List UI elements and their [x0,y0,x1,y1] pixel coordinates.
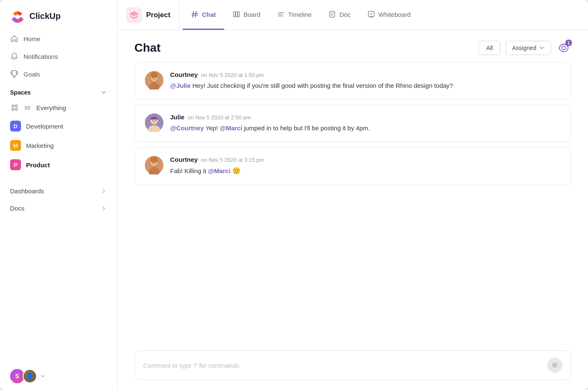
project-tab[interactable]: Project [126,0,179,30]
spaces-list: 98 Everything D Development M Marketing … [0,99,117,174]
chat-header-right: All Assigned 1 [478,40,571,55]
svg-point-3 [16,108,18,111]
hash-icon [191,11,199,18]
tab-label: Chat [202,11,216,18]
tab-label: Timeline [288,11,312,18]
sidebar-item-goals[interactable]: Goals [5,66,112,82]
bell-icon [10,52,18,61]
logo-text: ClickUp [29,11,60,21]
sidebar-item-home[interactable]: Home [5,30,112,47]
development-badge: D [10,121,21,132]
messages-area: Courtney on Nov 5 2020 at 1:50 pm @Julie… [118,62,588,344]
chevron-down-small-icon[interactable] [40,374,45,379]
tab-label: Whiteboard [378,11,411,18]
doc-icon [328,11,336,18]
svg-point-41 [150,157,158,163]
sidebar: ClickUp Home Notifications [0,0,118,390]
sidebar-item-label: Marketing [26,142,54,149]
chat-title: Chat [134,41,160,55]
chevron-down-icon[interactable] [100,89,107,96]
logo: ClickUp [0,0,117,30]
sidebar-item-label: Everything [36,104,66,111]
mention2: @Marci [220,124,242,132]
spaces-header: Spaces [0,82,117,99]
spaces-label: Spaces [10,89,31,96]
tab-label: Doc [339,11,351,18]
svg-point-29 [150,72,158,78]
tab-timeline[interactable]: Timeline [269,0,320,30]
svg-point-34 [155,120,156,121]
chevron-right-icon [100,188,107,195]
message-author: Courtney [170,71,198,78]
home-icon [10,34,18,43]
tab-whiteboard[interactable]: Whiteboard [359,0,419,30]
sidebar-item-label: Product [26,161,50,169]
mention: @Julie [170,82,191,89]
svg-point-0 [12,105,14,107]
avatar-s: S [10,369,24,383]
julie-avatar-img [145,113,163,132]
whiteboard-icon [368,11,375,18]
svg-line-4 [193,11,194,17]
product-badge: P [10,159,21,170]
everything-count: 98 [24,105,30,111]
sidebar-item-marketing[interactable]: M Marketing [5,136,112,155]
chat-header: Chat All Assigned 1 [118,30,588,62]
message-header: Courtney on Nov 5 2020 at 3:15 pm [170,156,561,163]
everything-icon [10,103,19,112]
svg-point-2 [12,108,14,111]
avatar-julie [145,113,163,132]
sidebar-item-notifications[interactable]: Notifications [5,48,112,65]
message-header: Courtney on Nov 5 2020 at 1:50 pm [170,71,561,78]
filter-all-button[interactable]: All [478,41,501,55]
comment-area [118,344,588,390]
svg-line-5 [195,11,196,17]
sidebar-item-label: Notifications [24,53,58,60]
sidebar-item-development[interactable]: D Development [5,117,112,135]
tab-label: Board [244,11,260,18]
sidebar-item-docs[interactable]: Docs [5,200,112,217]
project-label: Project [146,11,171,19]
avatar-user2: 👤 [23,369,37,383]
send-icon [551,361,559,369]
top-nav: Project Chat [118,0,588,30]
message-header: Julie on Nov 5 2020 at 2:50 pm [170,113,561,121]
sidebar-item-product[interactable]: P Product [5,155,112,174]
message-author: Courtney [170,156,198,163]
avatar-courtney [145,71,163,90]
watch-button[interactable]: 1 [556,40,571,55]
sidebar-item-label: Home [24,35,40,42]
user-avatar-group: S 👤 [10,369,37,383]
project-box-icon [129,11,139,20]
message-card: Courtney on Nov 5 2020 at 3:15 pm Fab! K… [134,147,571,185]
message-text: @Julie Hey! Just checking if you're stil… [170,81,561,91]
trophy-icon [10,70,18,78]
message-time: on Nov 5 2020 at 1:50 pm [201,72,264,78]
tab-doc[interactable]: Doc [320,0,359,30]
tab-chat[interactable]: Chat [183,0,224,30]
svg-point-42 [552,362,558,368]
svg-point-22 [562,46,566,50]
svg-rect-10 [238,12,239,17]
message-card: Courtney on Nov 5 2020 at 1:50 pm @Julie… [134,62,571,100]
sidebar-item-label: Development [26,123,63,130]
message-author: Julie [170,113,184,121]
comment-input[interactable] [143,362,547,369]
sidebar-item-dashboards[interactable]: Dashboards [5,182,112,200]
nav-tabs: Chat Board [183,0,580,30]
main-content: Project Chat [118,0,588,390]
chevron-right-icon [100,205,107,212]
filter-assigned-button[interactable]: Assigned [506,41,551,55]
message-text: @Courtney Yep! @Marci jumped in to help … [170,123,561,133]
tab-board[interactable]: Board [224,0,269,30]
sidebar-bottom-section: Dashboards Docs [0,182,117,217]
sidebar-item-everything[interactable]: 98 Everything [5,99,112,116]
watch-badge: 1 [565,40,572,46]
message-time: on Nov 5 2020 at 3:15 pm [201,157,264,163]
courtney-avatar-img2 [145,156,163,174]
message-text: Fab! Killing it @Marci 🙂 [170,166,561,177]
chevron-down-icon [539,45,545,51]
message-time: on Nov 5 2020 at 2:50 pm [188,114,251,121]
comment-send-button[interactable] [547,358,562,373]
sidebar-item-label: Docs [10,205,24,212]
